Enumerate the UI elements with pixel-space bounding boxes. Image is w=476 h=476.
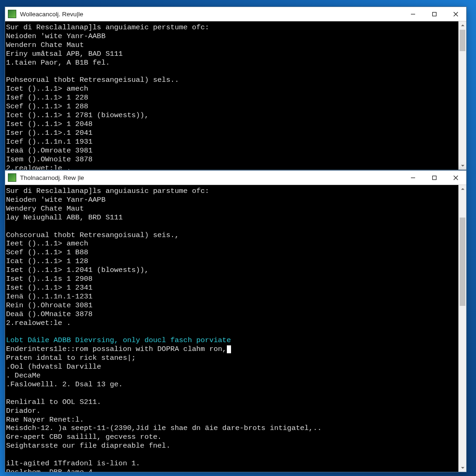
close-icon: [453, 175, 458, 180]
minimize-icon: [410, 12, 416, 17]
svg-rect-1: [432, 12, 436, 16]
chevron-down-icon: [461, 466, 465, 470]
console-text-c: Enderinters1le::rom possalion with DOPRA…: [6, 345, 226, 353]
text-cursor: [227, 345, 231, 353]
scroll-down-button[interactable]: [459, 464, 466, 472]
console-window-1: Wolleacancolj. Revu|le Sur di Resclallan…: [5, 7, 467, 170]
console-text-d: Praten idntal to rick stanes|; .Ool (hdv…: [6, 354, 322, 472]
minimize-button[interactable]: [402, 171, 423, 185]
console-text: Sur di Resclallanap]ls anguiameic perstu…: [6, 23, 209, 170]
console-output[interactable]: Sur di Resclallanap]ls anguiausic parstu…: [5, 185, 458, 472]
window-title: Wolleacancolj. Revu|le: [20, 11, 83, 18]
client-area: Sur di Resclallanap]ls anguiameic perstu…: [5, 21, 466, 170]
maximize-icon: [432, 175, 437, 180]
close-button[interactable]: [445, 7, 466, 21]
maximize-button[interactable]: [423, 7, 445, 21]
chevron-down-icon: [461, 164, 465, 168]
chevron-up-icon: [461, 187, 465, 191]
scrollbar[interactable]: [458, 21, 466, 170]
console-highlight-b: Lobt Dáile ADBB Dievrsing, only doucl fa…: [6, 336, 231, 344]
window-title: Tholnacarnodj. Rew |le: [20, 174, 84, 181]
app-icon: [8, 10, 16, 18]
minimize-icon: [410, 175, 416, 180]
titlebar[interactable]: Wolleacancolj. Revu|le: [5, 7, 466, 21]
maximize-icon: [432, 12, 437, 17]
scroll-thumb[interactable]: [460, 30, 465, 51]
client-area: Sur di Resclallanap]ls anguiausic parstu…: [5, 185, 466, 472]
minimize-button[interactable]: [402, 7, 423, 21]
titlebar[interactable]: Tholnacarnodj. Rew |le: [5, 171, 466, 185]
console-text-a: Sur di Resclallanap]ls anguiausic parstu…: [6, 187, 209, 327]
scroll-down-button[interactable]: [459, 162, 466, 170]
console-output[interactable]: Sur di Resclallanap]ls anguiameic perstu…: [5, 21, 458, 170]
app-icon: [8, 173, 16, 182]
console-window-2: Tholnacarnodj. Rew |le Sur di Resclallan…: [5, 170, 467, 472]
scroll-up-button[interactable]: [459, 185, 466, 193]
scroll-thumb[interactable]: [460, 218, 465, 306]
scrollbar[interactable]: [458, 185, 466, 472]
chevron-up-icon: [461, 23, 465, 27]
close-icon: [453, 12, 458, 17]
svg-rect-5: [432, 176, 436, 179]
scroll-up-button[interactable]: [459, 21, 466, 29]
close-button[interactable]: [445, 171, 466, 185]
maximize-button[interactable]: [423, 171, 445, 185]
